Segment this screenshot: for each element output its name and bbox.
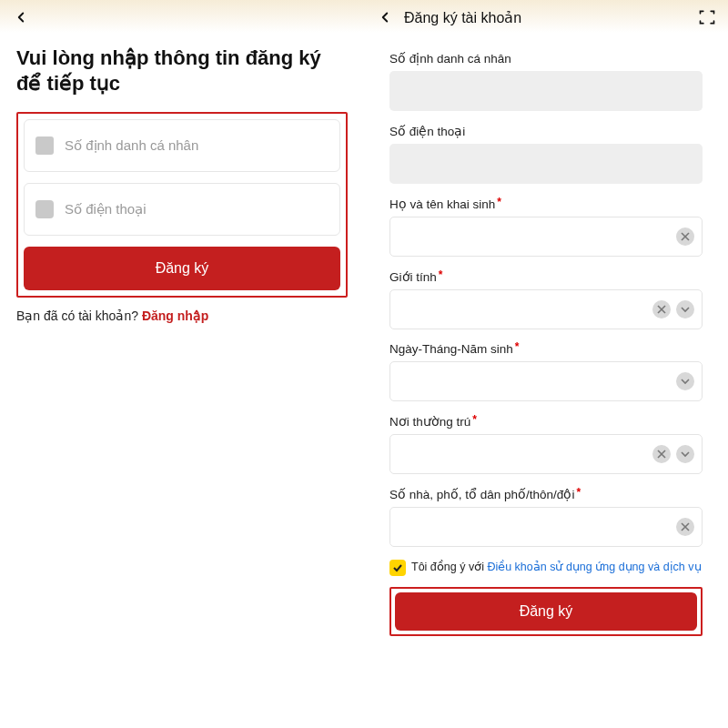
page-title: Vui lòng nhập thông tin đăng ký để tiếp … — [16, 46, 348, 96]
terms-link[interactable]: Điều khoản sử dụng ứng dụng và dịch vụ — [487, 561, 701, 573]
id-readonly-field — [389, 71, 703, 111]
header-bar: Đăng ký tài khoản — [364, 0, 728, 35]
clear-button[interactable] — [652, 445, 671, 463]
register-button[interactable]: Đăng ký — [395, 592, 697, 631]
clear-button[interactable] — [676, 518, 694, 536]
agree-checkbox[interactable] — [389, 560, 406, 576]
header-bar — [0, 0, 364, 35]
address-input[interactable] — [389, 507, 703, 547]
arrow-left-icon — [377, 9, 393, 25]
register-button-label: Đăng ký — [520, 603, 573, 620]
id-number-input[interactable]: Số định danh cá nhân — [24, 119, 340, 172]
scan-icon — [698, 8, 716, 26]
clear-button[interactable] — [652, 300, 671, 318]
chevron-down-icon — [681, 377, 690, 386]
chevron-down-icon — [681, 305, 690, 314]
agree-text: Tôi đồng ý với — [411, 561, 487, 573]
close-icon — [681, 232, 690, 241]
close-icon — [657, 450, 666, 459]
id-card-icon — [35, 136, 54, 155]
clear-button[interactable] — [676, 228, 694, 246]
fullname-input[interactable] — [389, 217, 703, 257]
login-prompt: Bạn đã có tài khoản? Đăng nhập — [16, 308, 348, 323]
chevron-down-icon — [681, 450, 690, 459]
scan-button[interactable] — [695, 5, 719, 29]
id-placeholder: Số định danh cá nhân — [65, 137, 198, 154]
dropdown-button[interactable] — [676, 445, 694, 463]
dropdown-button[interactable] — [676, 372, 694, 390]
highlight-frame: Số định danh cá nhân Số điện thoại Đăng … — [16, 112, 348, 298]
phone-input[interactable]: Số điện thoại — [24, 183, 340, 236]
phone-readonly-field — [389, 144, 703, 184]
label-phone: Số điện thoại — [389, 124, 703, 138]
label-address: Số nhà, phố, tổ dân phố/thôn/đội* — [389, 487, 703, 501]
label-gender: Giới tính* — [389, 269, 703, 284]
required-star: * — [439, 268, 443, 281]
label-fullname: Họ và tên khai sinh* — [389, 197, 703, 211]
have-account-text: Bạn đã có tài khoản? — [16, 308, 138, 323]
required-star: * — [576, 486, 581, 499]
dob-select[interactable] — [389, 361, 703, 401]
residence-select[interactable] — [389, 434, 703, 474]
terms-row: Tôi đồng ý với Điều khoản sử dụng ứng dụ… — [389, 560, 703, 576]
close-icon — [657, 305, 666, 314]
phone-icon — [35, 200, 54, 218]
check-icon — [392, 562, 403, 573]
close-icon — [681, 522, 690, 531]
login-link[interactable]: Đăng nhập — [142, 308, 209, 323]
registration-step2-screen: Đăng ký tài khoản Số định danh cá nhân S… — [364, 0, 728, 728]
agree-text-wrap: Tôi đồng ý với Điều khoản sử dụng ứng dụ… — [411, 560, 702, 574]
phone-placeholder: Số điện thoại — [65, 201, 147, 217]
highlight-frame: Đăng ký — [389, 587, 703, 636]
register-button[interactable]: Đăng ký — [24, 247, 340, 290]
required-star: * — [497, 196, 501, 208]
gender-select[interactable] — [389, 289, 703, 329]
header-title: Đăng ký tài khoản — [404, 9, 695, 26]
label-dob: Ngày-Tháng-Năm sinh* — [389, 342, 703, 356]
arrow-left-icon — [13, 9, 29, 25]
required-star: * — [515, 340, 520, 353]
label-id: Số định danh cá nhân — [389, 51, 703, 66]
required-star: * — [472, 413, 477, 426]
dropdown-button[interactable] — [676, 300, 694, 318]
label-residence: Nơi thường trú* — [389, 414, 703, 429]
registration-step1-screen: Vui lòng nhập thông tin đăng ký để tiếp … — [0, 0, 364, 728]
register-button-label: Đăng ký — [156, 260, 209, 277]
back-button[interactable] — [373, 5, 397, 29]
back-button[interactable] — [9, 5, 33, 29]
